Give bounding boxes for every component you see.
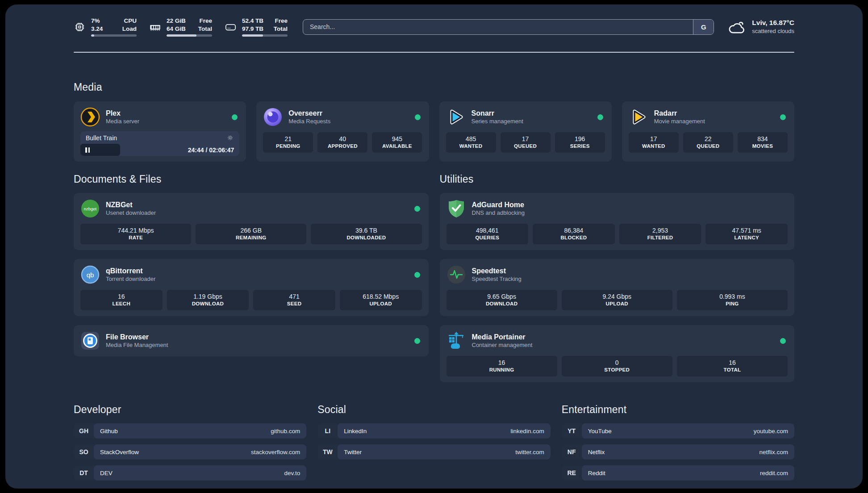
cpu-stat: 7% 3.24 CPU Load	[74, 17, 137, 36]
stat-approved: 40 APPROVED	[317, 132, 367, 153]
qbittorrent-icon: qb	[80, 265, 100, 284]
disk-stat-body: 52.4 TB 97.9 TB Free Total	[242, 17, 288, 36]
app-subtitle: Series management	[472, 118, 592, 125]
filebrowser-icon	[80, 331, 100, 351]
bookmark-github[interactable]: GH Github github.com	[74, 423, 306, 439]
bookmark-url: reddit.com	[760, 470, 788, 476]
stat-remaining: 266 GB REMAINING	[196, 224, 306, 244]
search-engine-button[interactable]: G	[693, 20, 714, 34]
playback-time: 24:44 / 02:06:47	[188, 144, 234, 156]
weather-location: Lviv, 16.87°C	[752, 18, 794, 27]
stat-label: MOVIES	[752, 143, 773, 149]
bookmark-name: Twitter	[344, 449, 362, 455]
bookmark-dev[interactable]: DT DEV dev.to	[74, 465, 306, 480]
app-subtitle: Speedtest Tracking	[472, 276, 788, 283]
stat-label: UPLOAD	[606, 301, 628, 307]
adguard-card[interactable]: AdGuard Home DNS and adblocking 498,461 …	[440, 193, 795, 250]
section-title-documents: Documents & Files	[74, 172, 429, 186]
bookmarks-grid: Developer GH Github github.com SO StackO…	[74, 403, 794, 486]
bookmark-reddit[interactable]: RE Reddit reddit.com	[562, 465, 794, 480]
stat-upload: 9.24 Gbps UPLOAD	[562, 290, 672, 310]
search-input[interactable]	[303, 20, 693, 34]
stat-download: 9.65 Gbps DOWNLOAD	[447, 290, 557, 310]
memory-stat: 22 GiB 64 GiB Free Total	[149, 17, 212, 36]
bookmark-name: YouTube	[588, 428, 612, 435]
disk-free-label: Free	[275, 17, 288, 25]
stat-label: BLOCKED	[560, 235, 587, 241]
status-dot	[415, 114, 421, 120]
plex-card[interactable]: Plex Media server Bullet Train	[74, 101, 246, 162]
stat-value: 498,461	[476, 227, 499, 234]
stat-series: 196 SERIES	[555, 132, 605, 153]
stat-seed: 471 SEED	[253, 290, 335, 310]
stat-label: DOWNLOAD	[486, 301, 517, 307]
playback-progress-fill	[80, 144, 120, 156]
stat-label: WANTED	[642, 143, 665, 149]
bookmark-url: dev.to	[284, 470, 300, 476]
adguard-icon	[447, 199, 466, 218]
documents-column: Documents & Files nzbget NZBGet Usenet d…	[74, 172, 429, 356]
status-dot	[780, 114, 786, 120]
disk-progress-bar	[242, 34, 288, 37]
stat-value: 17	[522, 136, 529, 142]
playback-progress-bar[interactable]: 24:44 / 02:06:47	[80, 144, 239, 156]
stat-label: QUEUED	[697, 143, 719, 149]
stat-available: 945 AVAILABLE	[372, 132, 422, 153]
portainer-card[interactable]: Media Portainer Container management 16 …	[440, 325, 795, 382]
stat-label: REMAINING	[236, 235, 267, 241]
bookmark-linkedin[interactable]: LI LinkedIn linkedin.com	[317, 423, 550, 439]
filebrowser-card[interactable]: File Browser Media File Management	[74, 325, 429, 356]
cpu-icon	[74, 21, 86, 33]
stat-value: 17	[650, 136, 657, 142]
stat-running: 16 RUNNING	[447, 356, 557, 376]
stat-value: 9.65 Gbps	[487, 293, 516, 300]
bookmark-youtube[interactable]: YT YouTube youtube.com	[562, 423, 794, 439]
cpu-load-label: Load	[122, 25, 137, 33]
stat-download: 1.19 Gbps DOWNLOAD	[167, 290, 249, 310]
gear-icon[interactable]	[226, 134, 234, 142]
developer-column: Developer GH Github github.com SO StackO…	[74, 403, 306, 486]
disk-free-value: 52.4 TB	[242, 17, 263, 25]
disk-total-value: 97.9 TB	[242, 25, 263, 33]
qbittorrent-card[interactable]: qb qBittorrent Torrent downloader 16 LEE…	[74, 259, 429, 316]
media-cards-row: Plex Media server Bullet Train	[74, 101, 794, 162]
disk-progress-fill	[242, 34, 263, 37]
stat-value: 39.6 TB	[355, 227, 377, 234]
memory-stat-body: 22 GiB 64 GiB Free Total	[167, 17, 212, 36]
radarr-card[interactable]: Radarr Movie management 17 WANTED 22 QUE…	[622, 101, 794, 162]
status-dot	[414, 272, 420, 278]
bookmark-url: youtube.com	[754, 428, 788, 435]
search-bar: G	[303, 19, 714, 35]
utilities-column: Utilities AdGuard Home DNS and adblockin…	[440, 172, 795, 382]
bookmark-name: Github	[100, 428, 118, 435]
speedtest-card[interactable]: Speedtest Speedtest Tracking 9.65 Gbps D…	[440, 259, 795, 316]
cpu-progress-fill	[91, 34, 94, 37]
bookmark-name: DEV	[100, 470, 113, 476]
overseerr-card[interactable]: Overseerr Media Requests 21 PENDING 40 A…	[256, 101, 429, 162]
memory-total-label: Total	[198, 25, 212, 33]
stat-value: 945	[392, 136, 402, 142]
stat-upload: 618.52 Mbps UPLOAD	[340, 290, 422, 310]
bookmark-stackoverflow[interactable]: SO StackOverflow stackoverflow.com	[74, 444, 306, 460]
sonarr-icon	[446, 107, 466, 127]
bookmark-twitter[interactable]: TW Twitter twitter.com	[317, 444, 550, 460]
stat-label: QUEUED	[514, 143, 537, 149]
cpu-progress-bar	[91, 34, 137, 37]
stat-wanted: 485 WANTED	[446, 132, 496, 153]
bookmark-netflix[interactable]: NF Netflix netflix.com	[562, 444, 794, 460]
section-title-entertainment: Entertainment	[562, 403, 794, 416]
stat-value: 0	[615, 359, 619, 366]
stat-label: PENDING	[276, 143, 300, 149]
nzbget-card[interactable]: nzbget NZBGet Usenet downloader 744.21 M…	[74, 193, 429, 250]
app-subtitle: Container management	[472, 342, 775, 349]
sonarr-card[interactable]: Sonarr Series management 485 WANTED 17 Q…	[439, 101, 612, 162]
social-column: Social LI LinkedIn linkedin.com TW Twitt…	[317, 403, 550, 486]
stat-value: 266 GB	[241, 227, 262, 234]
svg-text:nzbget: nzbget	[84, 206, 97, 211]
pause-icon[interactable]	[85, 147, 90, 153]
bookmark-url: twitter.com	[515, 449, 544, 455]
stat-value: 16	[729, 359, 736, 366]
header: 7% 3.24 CPU Load	[74, 16, 794, 38]
status-dot	[597, 114, 603, 120]
app-title: AdGuard Home	[472, 201, 788, 209]
